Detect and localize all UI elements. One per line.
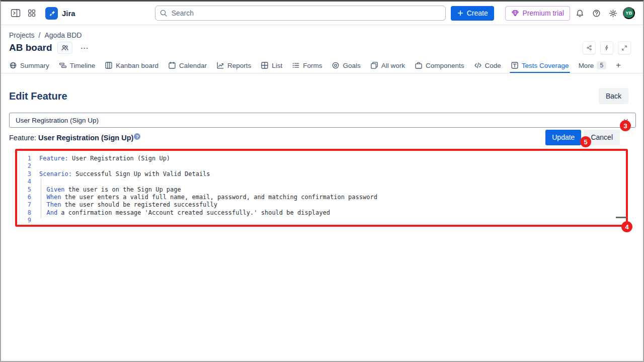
board-icon [105,61,113,69]
ellipsis-icon[interactable]: ⋯ [78,43,91,53]
tests-coverage-icon [511,61,519,69]
feature-name: User Registration (Sign Up) [38,134,133,142]
breadcrumb-separator: / [39,31,41,39]
goals-icon [332,61,340,69]
editor-line: 6 When the user enters a valid full name… [17,194,626,201]
more-count-badge: 5 [597,61,606,69]
topbar: Jira Create Premium trial [1,2,643,25]
list-icon [261,61,269,69]
avatar[interactable]: YB [623,7,635,19]
editor-line: 1Feature: User Registration (Sign Up) [17,155,626,162]
help-icon[interactable] [590,7,603,20]
components-icon [415,61,423,69]
expand-icon[interactable] [618,41,631,54]
board-tabs: Summary Timeline Kanban board Calendar R… [1,58,643,73]
feature-select-value: User Registration (Sign Up) [16,117,99,124]
breadcrumb-project-name[interactable]: Agoda BDD [44,31,82,39]
breadcrumb: Projects / Agoda BDD [9,31,635,39]
search-icon [159,9,168,17]
gear-icon[interactable] [606,7,619,20]
tab-tests-coverage[interactable]: Tests Coverage [511,58,569,73]
share-icon[interactable] [583,41,596,54]
jira-logo[interactable] [45,7,58,20]
app-name: Jira [62,9,75,18]
calendar-icon [168,61,176,69]
tab-forms[interactable]: Forms [292,58,322,73]
app-grid-icon[interactable] [25,7,38,20]
globe-icon [9,61,17,69]
reports-icon [216,61,224,69]
search-input[interactable] [155,6,446,21]
board-actions [583,41,631,54]
tab-calendar[interactable]: Calendar [168,58,207,73]
annotation-badge-5: 5 [580,136,591,147]
edit-feature-header: Edit Feature Back [9,88,635,104]
people-icon[interactable] [57,42,72,54]
tab-code[interactable]: Code [474,58,501,73]
tab-timeline[interactable]: Timeline [59,58,96,73]
editor-line: 8 And a confirmation message 'Account cr… [17,209,626,217]
plus-icon [457,10,464,17]
feature-help-icon[interactable]: ? [134,133,140,140]
annotation-badge-4: 4 [621,221,632,232]
search-box [155,6,446,21]
jira-window: Jira Create Premium trial [0,0,644,362]
bell-icon[interactable] [573,7,586,20]
premium-trial-button[interactable]: Premium trial [505,6,570,21]
tab-list[interactable]: List [261,58,282,73]
back-button[interactable]: Back [599,88,628,104]
timeline-icon [59,61,67,69]
gem-icon [511,9,519,17]
indent-guide [41,178,41,218]
forms-icon [292,61,300,69]
feature-toolbar: Feature: User Registration (Sign Up)? Up… [9,129,635,145]
tab-components[interactable]: Components [415,58,464,73]
topbar-right: YB [573,7,635,20]
editor-line: 2 [17,162,626,170]
tab-goals[interactable]: Goals [332,58,360,73]
tab-summary[interactable]: Summary [9,58,49,73]
lightning-icon[interactable] [600,41,613,54]
code-icon [474,61,482,69]
editor-line: 5 Given the user is on the Sign Up page [17,186,626,194]
feature-select[interactable]: User Registration (Sign Up) [9,113,636,128]
tab-more[interactable]: More 5 [579,58,606,73]
page-title: AB board [9,42,52,53]
breadcrumb-projects[interactable]: Projects [9,31,35,39]
board-header: AB board ⋯ [9,41,635,55]
tab-kanban-board[interactable]: Kanban board [105,58,158,73]
create-button-label: Create [467,9,488,17]
feature-editor-highlight: 1Feature: User Registration (Sign Up) 2 … [15,149,628,227]
premium-trial-label: Premium trial [523,9,564,17]
editor-line: 9 [17,217,626,224]
feature-label: Feature: User Registration (Sign Up)? [9,133,140,142]
tab-all-work[interactable]: All work [370,58,405,73]
annotation-badge-3: 3 [620,120,631,131]
sidebar-expand-icon[interactable] [9,7,22,20]
editor-scrollbar-thumb[interactable] [616,217,627,218]
editor-line: 4 [17,178,626,186]
all-work-icon [370,61,378,69]
editor-line: 7 Then the user should be registered suc… [17,201,626,209]
tab-reports[interactable]: Reports [216,58,251,73]
gherkin-editor[interactable]: 1Feature: User Registration (Sign Up) 2 … [17,151,626,225]
create-button[interactable]: Create [451,6,494,21]
editor-line: 3Scenario: Successful Sign Up with Valid… [17,170,626,178]
edit-feature-heading: Edit Feature [9,90,67,102]
update-button[interactable]: Update [545,130,581,145]
add-tab-plus-icon[interactable]: + [616,60,621,70]
